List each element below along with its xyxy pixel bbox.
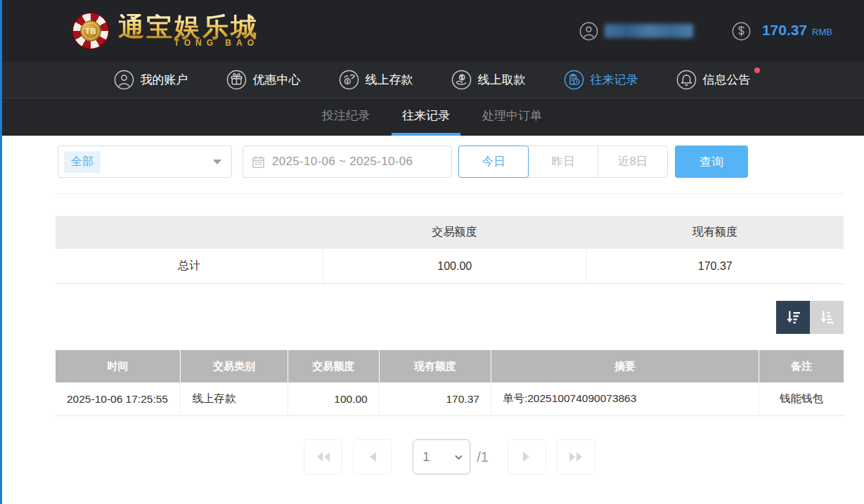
- summary-header-current-amount: 现有额度: [586, 225, 844, 240]
- col-header-time: 时间: [56, 350, 181, 382]
- sort-ascending-button[interactable]: [810, 301, 844, 334]
- summary-total-label: 总计: [56, 259, 323, 273]
- divider: [56, 193, 844, 194]
- tab-transaction-records[interactable]: 往来记录: [392, 98, 460, 136]
- balance-amount: 170.37: [762, 22, 807, 39]
- selected-type-tag[interactable]: 全部: [64, 151, 101, 173]
- query-button[interactable]: 查询: [675, 146, 748, 178]
- sort-asc-icon: [818, 308, 837, 327]
- user-icon: [114, 70, 134, 90]
- page-select-wrap: 1: [413, 439, 470, 474]
- account-area: 170.37 RMB: [579, 22, 832, 41]
- nav-label: 往来记录: [591, 72, 638, 88]
- yesterday-button[interactable]: 昨日: [528, 146, 598, 178]
- sort-descending-button[interactable]: [776, 301, 810, 334]
- withdraw-icon: [451, 70, 472, 90]
- poker-chip-icon: TB: [72, 12, 110, 50]
- col-header-summary: 摘要: [491, 350, 759, 382]
- right-arrow-icon: [522, 451, 531, 463]
- main-nav: 我的账户 优惠中心 线上存款 线上取款 往来记录: [0, 62, 864, 98]
- balance-currency: RMB: [812, 27, 832, 37]
- notification-dot: [754, 67, 760, 73]
- page-select[interactable]: 1: [413, 440, 470, 474]
- nav-label: 线上取款: [478, 72, 526, 88]
- tab-betting-records[interactable]: 投注纪录: [311, 98, 380, 136]
- col-header-current-amount: 现有额度: [380, 350, 491, 382]
- date-range-value: 2025-10-06 ~ 2025-10-06: [272, 155, 413, 169]
- left-arrow-icon: [368, 451, 378, 463]
- nav-item-withdraw[interactable]: 线上取款: [451, 70, 526, 90]
- next-page-button[interactable]: [508, 439, 546, 474]
- double-right-arrow-icon: [567, 451, 584, 463]
- quick-date-group: 今日 昨日 近8日: [458, 146, 668, 178]
- nav-item-announcements[interactable]: 信息公告: [676, 70, 751, 90]
- cell-trade-amount: 100.00: [288, 382, 380, 415]
- col-header-note: 备注: [759, 350, 844, 382]
- triangle-down-icon: [213, 160, 221, 164]
- pagination: 1 /1: [56, 439, 844, 474]
- cell-note: 钱能钱包: [759, 382, 844, 415]
- summary-header-trade-amount: 交易额度: [323, 225, 586, 240]
- transaction-type-select[interactable]: 全部: [58, 146, 232, 178]
- brand-name-cn: 通宝娱乐城: [118, 14, 259, 41]
- brand-name-en: TONG BAO: [174, 38, 259, 48]
- sub-nav: 投注纪录 往来记录 处理中订单: [0, 98, 864, 136]
- nav-label: 优惠中心: [253, 72, 301, 88]
- previous-page-button[interactable]: [353, 439, 392, 474]
- nav-item-promotions[interactable]: 优惠中心: [226, 70, 301, 90]
- cell-time: 2025-10-06 17:25:55: [56, 382, 181, 415]
- nav-item-my-account[interactable]: 我的账户: [114, 70, 188, 90]
- date-range-input[interactable]: 2025-10-06 ~ 2025-10-06: [243, 146, 452, 178]
- last-8-days-button[interactable]: 近8日: [598, 146, 668, 178]
- chip-monogram: TB: [82, 22, 99, 39]
- summary-total-row: 总计 100.00 170.37: [56, 249, 844, 284]
- summary-table: 交易额度 现有额度 总计 100.00 170.37: [56, 216, 844, 284]
- last-page-button[interactable]: [557, 439, 595, 474]
- first-page-button[interactable]: [304, 439, 342, 474]
- brand-text: 通宝娱乐城 TONG BAO: [118, 14, 259, 49]
- cell-type: 线上存款: [181, 382, 288, 415]
- records-header-row: 时间 交易类别 交易额度 现有额度 摘要 备注: [56, 350, 844, 382]
- nav-label: 线上存款: [366, 72, 413, 88]
- sort-controls: [56, 301, 844, 334]
- deposit-icon: [339, 70, 359, 90]
- nav-item-deposit[interactable]: 线上存款: [339, 70, 413, 90]
- tab-processing-orders[interactable]: 处理中订单: [472, 98, 553, 136]
- calendar-icon: [252, 155, 265, 169]
- records-table: 时间 交易类别 交易额度 现有额度 摘要 备注 2025-10-06 17:25…: [56, 350, 844, 416]
- today-button[interactable]: 今日: [458, 146, 529, 178]
- col-header-type: 交易类别: [181, 350, 288, 382]
- brand-logo[interactable]: TB 通宝娱乐城 TONG BAO: [72, 12, 259, 50]
- window-edge-stripe: [0, 0, 2, 504]
- summary-trade-amount: 100.00: [323, 249, 586, 283]
- wallet-coin-icon: [732, 22, 751, 41]
- gift-icon: [226, 70, 247, 90]
- balance-group[interactable]: 170.37 RMB: [732, 22, 832, 41]
- cell-summary: 单号:202510074090073863: [491, 382, 759, 415]
- double-left-arrow-icon: [315, 451, 332, 463]
- top-header: TB 通宝娱乐城 TONG BAO 170.37 RMB: [0, 0, 864, 62]
- nav-label: 我的账户: [141, 72, 188, 88]
- sort-desc-icon: [784, 308, 803, 327]
- username-redacted[interactable]: [605, 24, 693, 38]
- summary-current-amount: 170.37: [586, 249, 844, 283]
- nav-label: 信息公告: [703, 72, 751, 88]
- cell-current-amount: 170.37: [380, 382, 491, 415]
- summary-header-row: 交易额度 现有额度: [56, 216, 844, 249]
- records-icon: [564, 70, 584, 90]
- user-avatar-icon[interactable]: [579, 22, 598, 41]
- total-pages-label: /1: [477, 449, 489, 465]
- nav-item-transaction-records[interactable]: 往来记录: [564, 70, 638, 90]
- filter-row: 全部 2025-10-06 ~ 2025-10-06 今日 昨日 近8日 查询: [56, 146, 844, 178]
- main-content: 全部 2025-10-06 ~ 2025-10-06 今日 昨日 近8日 查询 …: [56, 146, 844, 474]
- bell-icon: [676, 70, 697, 90]
- table-row: 2025-10-06 17:25:55 线上存款 100.00 170.37 单…: [56, 382, 844, 416]
- col-header-trade-amount: 交易额度: [288, 350, 380, 382]
